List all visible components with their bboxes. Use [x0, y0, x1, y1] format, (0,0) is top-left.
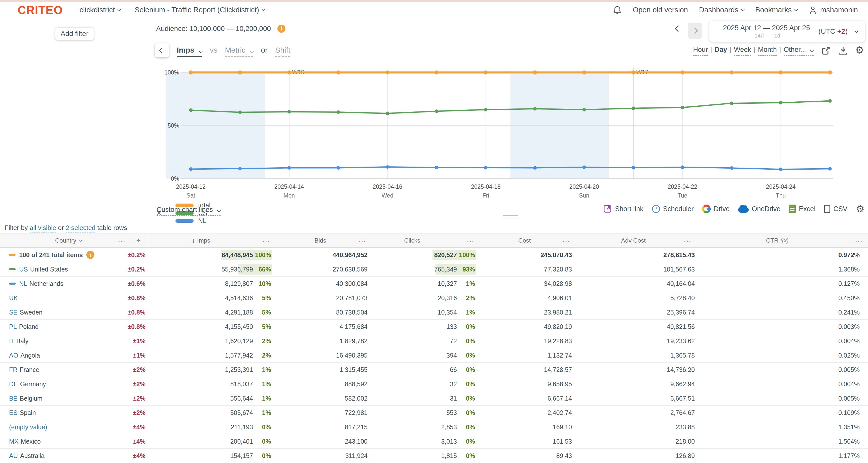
chart-table-splitter[interactable]	[503, 216, 518, 220]
country-cell: ESSpain	[0, 409, 128, 417]
table-row[interactable]: AOAngola±1%1,577,9422%16,490,3953940%1,1…	[0, 348, 868, 363]
svg-text:Tue: Tue	[678, 192, 687, 199]
table-row[interactable]: SESweden±0.8%4,291,1885%80,738,50410,354…	[0, 305, 868, 320]
table-row[interactable]: 100 of 241 total itemsi±0.2%84,448,94510…	[0, 248, 868, 262]
column-header-bids[interactable]: Bids	[273, 237, 368, 244]
column-header-clicks[interactable]: Clicks	[368, 237, 457, 244]
column-header-country[interactable]: Country	[0, 237, 128, 244]
open-old-version-link[interactable]: Open old version	[632, 6, 688, 14]
date-next-button[interactable]	[688, 23, 702, 39]
column-header-ctr[interactable]: CTR f(x)	[695, 237, 860, 244]
granularity-week[interactable]: Week	[734, 46, 751, 56]
chevron-down-icon	[855, 29, 859, 33]
date-range-picker[interactable]: 2025 Apr 12 — 2025 Apr 25 -14d — -1d (UT…	[709, 21, 865, 42]
shift-toggle[interactable]: Shift	[275, 46, 290, 57]
country-code-link[interactable]: US	[19, 266, 28, 273]
clicks-cell: 553	[368, 409, 457, 417]
country-code-link[interactable]: MX	[9, 438, 19, 445]
country-code-link[interactable]: NL	[19, 280, 27, 287]
compare-metric-select[interactable]: Metric	[225, 46, 253, 57]
table-row[interactable]: ITItaly±1%1,620,1292%1,829,782720%19,228…	[0, 334, 868, 348]
country-code-link[interactable]: IT	[9, 337, 14, 345]
series-dash-icon	[9, 283, 16, 285]
csv-export-button[interactable]: CSV	[824, 205, 847, 213]
filter-selected-link[interactable]: 2 selected	[66, 224, 96, 233]
country-cell: (empty value)	[0, 424, 128, 431]
bookmarks-menu[interactable]: Bookmarks	[755, 6, 798, 14]
country-code-link[interactable]: FR	[9, 366, 18, 373]
table-row[interactable]: BEBelgium±2%556,6441%582,002310%6,667.14…	[0, 391, 868, 406]
imps-pct-cell: 1%	[253, 381, 273, 388]
legend-item-NL[interactable]: NL	[176, 217, 229, 225]
granularity-other[interactable]: Other...	[784, 46, 814, 56]
column-menu-icon[interactable]: ⋯	[467, 237, 474, 245]
table-row[interactable]: FRFrance±2%1,253,3911%1,315,455660%14,72…	[0, 363, 868, 377]
onedrive-button[interactable]: OneDrive	[738, 205, 780, 213]
column-menu-icon[interactable]: ⋯	[262, 237, 270, 245]
country-code-link[interactable]: UK	[9, 294, 18, 302]
cost-cell: 14,728.57	[477, 366, 572, 373]
cost-cell: 6,667.14	[477, 395, 572, 402]
table-row[interactable]: AUAustralia±4%154,1570%311,9241,8150%89.…	[0, 449, 868, 463]
imps-cell: 1,620,129	[149, 337, 253, 345]
add-column-button[interactable]: +	[128, 233, 149, 247]
bell-icon[interactable]	[613, 5, 622, 14]
country-code-link[interactable]: PL	[9, 323, 17, 330]
country-code-link[interactable]: AU	[9, 452, 18, 460]
bids-cell: 582,002	[273, 395, 368, 402]
excel-export-button[interactable]: Excel	[789, 205, 815, 213]
country-code-link[interactable]: DE	[9, 381, 18, 388]
short-link-button[interactable]: Short link	[603, 204, 644, 213]
adv-cost-cell: 218.00	[572, 438, 695, 445]
info-icon[interactable]: i	[86, 251, 94, 259]
chart-settings-gear-icon[interactable]: ⚙	[856, 46, 864, 54]
country-name-link[interactable]: (empty value)	[9, 424, 47, 431]
table-row[interactable]: (empty value)±4%211,1930%817,2152,8530%1…	[0, 420, 868, 434]
add-filter-button[interactable]: Add filter	[55, 28, 94, 40]
country-code-link[interactable]: AO	[9, 352, 18, 359]
collapse-panel-button[interactable]	[155, 43, 169, 57]
country-code-link[interactable]: BE	[9, 395, 18, 402]
scheduler-button[interactable]: Scheduler	[652, 205, 694, 213]
cost-cell: 245,070.43	[477, 252, 572, 259]
ctr-cell: 1.351%	[695, 424, 860, 431]
user-menu[interactable]: mshamonin	[809, 5, 858, 14]
clicks-pct-cell: 0%	[457, 323, 477, 330]
table-row[interactable]: UK±0.8%4,514,6365%20,781,07320,3162%4,90…	[0, 291, 868, 305]
country-code-link[interactable]: SE	[9, 309, 18, 316]
custom-chart-lines-menu[interactable]: Custom chart lines	[157, 206, 220, 216]
table-row[interactable]: DEGermany±2%818,0371%888,592320%9,658.95…	[0, 377, 868, 391]
info-icon[interactable]: i	[277, 25, 285, 33]
column-header-imps[interactable]: ↓ Imps	[149, 237, 253, 244]
bids-cell: 40,300,084	[273, 280, 368, 287]
country-code-link[interactable]: ES	[9, 409, 18, 417]
dashboards-menu[interactable]: Dashboards	[699, 6, 744, 14]
topbar: CRITEO clickdistrict Selenium - Traffic …	[0, 2, 868, 18]
bids-cell: 311,924	[273, 452, 368, 460]
criteo-logo[interactable]: CRITEO	[18, 3, 63, 17]
table-row[interactable]: MXMexico±4%200,4010%243,1003,0130%161.53…	[0, 434, 868, 449]
date-prev-button[interactable]	[676, 26, 680, 32]
account-switcher[interactable]: clickdistrict	[80, 6, 121, 14]
column-header-adv-cost[interactable]: Adv Cost	[572, 237, 695, 244]
clicks-pct-cell: 2%	[457, 294, 477, 302]
imps-cell: 818,037	[149, 381, 253, 388]
table-row[interactable]: PLPoland±0.8%4,155,4505%4,175,6841330%49…	[0, 320, 868, 334]
open-in-new-icon[interactable]	[821, 46, 831, 55]
filter-all-visible-link[interactable]: all visible	[30, 224, 56, 233]
primary-metric-select[interactable]: Imps	[177, 46, 202, 57]
granularity-day[interactable]: Day	[715, 46, 727, 54]
table-settings-gear-icon[interactable]: ⚙	[856, 205, 865, 213]
granularity-hour[interactable]: Hour	[693, 46, 708, 56]
report-title-menu[interactable]: Selenium - Traffic Report (Clickdistrict…	[135, 6, 265, 14]
table-row[interactable]: NLNetherlands±0.6%8,129,80710%40,300,084…	[0, 276, 868, 291]
google-drive-button[interactable]: Drive	[702, 205, 730, 213]
table-row[interactable]: USUnited States±0.2%55,936,79966%270,638…	[0, 262, 868, 276]
svg-text:Thu: Thu	[776, 192, 786, 199]
download-icon[interactable]	[838, 46, 848, 55]
table-row[interactable]: ESSpain±2%505,6741%722,9815530%2,402.742…	[0, 406, 868, 420]
granularity-month[interactable]: Month	[758, 46, 777, 56]
clicks-pct-cell: 0%	[457, 381, 477, 388]
column-header-cost[interactable]: Cost	[477, 237, 572, 244]
country-cell: SESweden	[0, 309, 128, 316]
